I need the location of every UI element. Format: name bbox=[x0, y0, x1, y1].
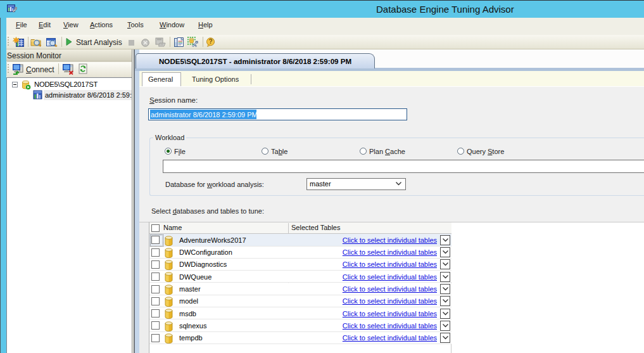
svg-text:?: ? bbox=[208, 38, 212, 45]
